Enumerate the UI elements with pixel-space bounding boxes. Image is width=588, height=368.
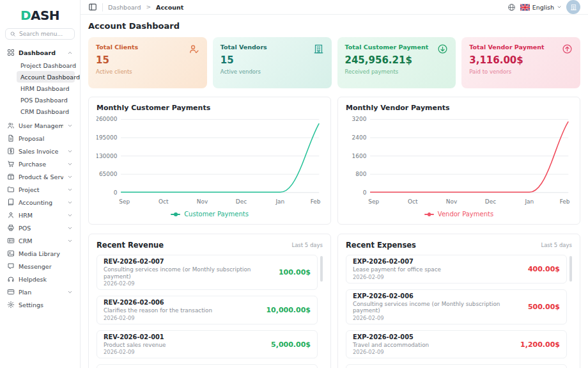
x-tick: Oct [159,198,169,205]
sidebar-item-pos-dashboard[interactable]: POS Dashboard [17,94,75,106]
transaction-amount: 500.00$ [522,303,560,311]
expenses-list: EXP-2026-02-007 Lease payment for office… [346,255,572,368]
y-tick: 0 [114,189,118,196]
chevron-down-icon [67,148,73,154]
transaction-description: Consulting services income (or Monthly s… [104,266,272,280]
stat-subtitle: Received payments [345,68,449,75]
sidebar-item-account-dashboard[interactable]: Account Dashboard [17,71,75,83]
y-tick: 65000 [99,171,118,177]
sidebar-item-crm[interactable]: CRM [5,234,75,247]
y-tick: 260000 [97,116,118,122]
sidebar-item-label: Accounting [19,199,63,206]
sidebar-item-media-library[interactable]: Media Library [5,247,75,260]
transaction-id: EXP-2026-02-007 [353,258,441,266]
sidebar-item-settings[interactable]: Settings [5,298,75,311]
list-item: EXP-2026-02-001 Office rent payment 1,50… [346,364,567,368]
building-icon [313,44,324,54]
x-tick: Sep [119,198,130,205]
app-window: DASH Dashboard Project Dashboard Account… [0,0,588,368]
sidebar-item-accounting[interactable]: Accounting [5,196,75,209]
sidebar-item-project[interactable]: Project [5,183,75,196]
list-item: EXP-2026-02-006 Consulting services inco… [346,289,567,324]
breadcrumb-separator: > [146,4,151,10]
stat-subtitle: Active clients [96,68,199,75]
transaction-info: EXP-2026-02-006 Consulting services inco… [353,292,522,321]
sidebar-item-label: HRM [19,212,63,219]
stat-title: Total Vendor Payment [469,44,573,51]
x-tick: Nov [446,198,458,205]
sidebar-toggle-icon[interactable] [88,3,97,12]
arrow-down-circle-icon [437,44,448,54]
dashboard-sub-list: Project Dashboard Account Dashboard HRM … [5,59,75,119]
headset-icon [7,275,15,283]
transaction-info: REV-2026-02-001 Product sales revenue 20… [104,333,166,356]
gear-icon [7,301,15,308]
sidebar-item-pos[interactable]: POS [5,221,75,234]
stat-card-total-clients: Total Clients 15 Active clients [88,37,207,88]
chevron-down-icon [67,212,73,218]
scrollbar-thumb[interactable] [320,256,323,282]
sidebar-item-label: Settings [19,301,73,308]
panel-title: Recent Revenue [97,241,164,250]
sidebar-item-messenger[interactable]: Messenger [5,260,75,273]
avatar[interactable] [566,0,580,14]
chevron-down-icon [557,4,562,10]
transaction-id: REV-2026-02-001 [104,333,166,341]
y-tick: 195000 [97,134,118,141]
transaction-info: EXP-2026-02-005 Travel and accommodation… [353,333,429,356]
transaction-date: 2026-02-09 [104,315,212,321]
y-tick: 1600 [352,153,367,159]
legend-marker-icon [424,214,434,215]
sidebar-item-user-management[interactable]: User Management [5,119,75,132]
charts-row: Monthly Customer Payments 260000 195000 … [88,97,580,225]
globe-icon[interactable] [507,3,516,12]
sidebar-item-proposal[interactable]: Proposal [5,132,75,145]
sidebar-item-sales-invoice[interactable]: Sales Invoice [5,145,75,157]
legend-marker-icon [171,214,180,215]
sidebar-item-product-service[interactable]: Product & Service [5,170,75,183]
divider [102,3,103,12]
search-input[interactable] [19,31,70,37]
sidebar-item-plan[interactable]: Plan [5,285,75,298]
stat-subtitle: Paid to vendors [469,68,573,75]
arrow-up-circle-icon [562,44,573,54]
page-title: Account Dashboard [88,21,580,31]
sidebar-item-label: Plan [19,289,63,296]
chevron-down-icon [67,161,73,167]
topbar: Dashboard > Account English [81,0,588,15]
sidebar-item-crm-dashboard[interactable]: CRM Dashboard [17,106,75,117]
list-item: EXP-2026-02-005 Travel and accommodation… [346,330,567,359]
transaction-id: EXP-2026-02-006 [353,292,522,300]
legend-customer-payments[interactable]: Customer Payments [97,211,323,218]
sidebar-item-project-dashboard[interactable]: Project Dashboard [17,60,75,71]
customer-payments-series-line [121,124,319,193]
sidebar-item-dashboard[interactable]: Dashboard [5,46,75,59]
vendor-payments-line-chart: 3200 2400 1600 800 0 Sep Oct Nov Dec Jan… [346,115,572,209]
sidebar-item-label: Product & Service [19,173,63,180]
sidebar-item-hrm[interactable]: HRM [5,209,75,221]
language-selector[interactable]: English [520,4,562,11]
legend-vendor-payments[interactable]: Vendor Payments [346,211,572,218]
stat-card-total-vendor-payment: Total Vendor Payment 3,116.00$ Paid to v… [461,37,580,88]
sidebar-item-purchase[interactable]: Purchase [5,157,75,170]
stat-value: 245,956.21$ [345,54,449,66]
scrollbar-thumb[interactable] [569,256,572,282]
y-tick: 800 [355,171,366,177]
transaction-description: Travel and accommodation [353,342,429,349]
sidebar-item-label: Purchase [19,161,63,168]
transaction-amount: 1,200.00$ [514,340,560,349]
book-icon [7,198,15,206]
grid-icon [7,49,15,56]
chevron-down-icon [67,289,73,295]
chevron-down-icon [67,123,73,129]
chevron-down-icon [67,225,73,231]
chevron-down-icon [67,200,73,205]
brand-logo[interactable]: DASH [5,5,75,28]
folder-icon [7,186,15,193]
sidebar-item-hrm-dashboard[interactable]: HRM Dashboard [17,83,75,94]
document-icon [7,134,15,142]
breadcrumb-dashboard[interactable]: Dashboard [108,4,141,11]
transaction-date: 2026-02-09 [104,349,166,355]
sidebar-item-helpdesk[interactable]: Helpdesk [5,273,75,285]
y-tick: 130000 [97,153,118,159]
